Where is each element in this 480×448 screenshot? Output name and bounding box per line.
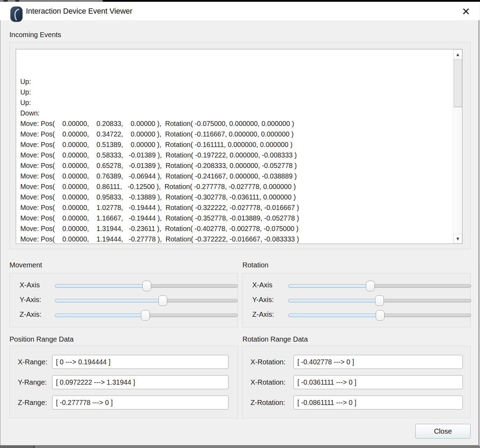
rotation-y-slider[interactable] bbox=[288, 295, 471, 306]
rotation-y-label: Y-Axis: bbox=[252, 296, 274, 304]
x-rotation-field-2[interactable] bbox=[294, 375, 463, 389]
movement-x-label: X-Axis bbox=[20, 281, 40, 289]
y-range-label: Y-Range: bbox=[18, 375, 47, 389]
z-rotation-field[interactable] bbox=[294, 396, 463, 410]
event-log-lines: Up:Up:Up:Down:Move: Pos( 0.00000, 0.2083… bbox=[16, 49, 453, 244]
slider-thumb[interactable] bbox=[376, 310, 384, 321]
event-log-line: Move: Pos( 0.00000, 0.76389, -0.06944 ),… bbox=[20, 171, 453, 181]
slider-fill bbox=[55, 299, 163, 302]
screen: Interaction Device Event Viewer ✕ Incomi… bbox=[0, 0, 480, 448]
slider-fill bbox=[55, 284, 147, 288]
event-log-line: Move: Pos( 0.00000, 1.31944, -0.23611 ),… bbox=[20, 223, 453, 234]
scroll-down-icon[interactable]: ▼ bbox=[453, 234, 462, 244]
movement-z-slider[interactable] bbox=[55, 310, 238, 321]
rotation-z-label: Z-Axis: bbox=[252, 310, 274, 318]
slider-thumb[interactable] bbox=[141, 310, 150, 321]
event-log-viewport: Up:Up:Up:Down:Move: Pos( 0.00000, 0.2083… bbox=[16, 49, 453, 244]
event-log-line: Move: Pos( 0.00000, 1.16667, -0.19444 ),… bbox=[20, 213, 453, 223]
slider-thumb[interactable] bbox=[366, 281, 375, 291]
movement-label: Movement bbox=[9, 261, 42, 269]
z-range-label: Z-Range: bbox=[18, 396, 47, 410]
y-range-field[interactable] bbox=[52, 375, 228, 389]
event-log-line: Up: bbox=[20, 97, 453, 108]
title-bar[interactable]: Interaction Device Event Viewer ✕ bbox=[0, 2, 479, 20]
window-title: Interaction Device Event Viewer bbox=[26, 2, 132, 20]
app-icon[interactable] bbox=[10, 6, 23, 22]
event-log-line: Move: Pos( 0.00000, 0.65278, -0.01389 ),… bbox=[20, 160, 453, 171]
x-rotation-label: X-Rotation: bbox=[250, 355, 285, 369]
scrollbar-thumb[interactable] bbox=[454, 59, 462, 107]
close-icon[interactable]: ✕ bbox=[459, 5, 473, 19]
event-log-line: Move: Pos( 0.00000, 0.95833, -0.13889 ),… bbox=[20, 192, 453, 202]
slider-fill bbox=[288, 299, 379, 302]
movement-x-slider[interactable] bbox=[55, 280, 238, 292]
x-rotation-label-2: X-Rotation: bbox=[250, 375, 285, 389]
close-button[interactable]: Close bbox=[415, 424, 471, 439]
scroll-up-icon[interactable]: ▲ bbox=[453, 49, 462, 59]
incoming-events-label: Incoming Events bbox=[9, 31, 61, 39]
movement-y-label: Y-Axis: bbox=[20, 296, 41, 304]
rotation-range-group: X-Rotation: X-Rotation: Z-Rotation: bbox=[242, 346, 471, 418]
x-range-label: X-Range: bbox=[18, 355, 48, 369]
movement-group: X-Axis Y-Axis: Z-Axis: bbox=[9, 273, 238, 327]
event-log-line: Move: Pos( 0.00000, 0.51389, 0.00000 ), … bbox=[20, 139, 453, 150]
z-rotation-label: Z-Rotation: bbox=[250, 396, 285, 410]
slider-thumb[interactable] bbox=[142, 281, 151, 291]
slider-thumb[interactable] bbox=[158, 295, 167, 306]
event-log-line: Move: Pos( 0.00000, 1.02778, -0.19444 ),… bbox=[20, 202, 453, 213]
slider-fill bbox=[55, 314, 145, 317]
event-log-line: Up: bbox=[20, 76, 453, 87]
position-range-label: Position Range Data bbox=[9, 335, 73, 343]
log-scrollbar[interactable]: ▲ ▼ bbox=[453, 49, 462, 244]
rotation-x-label: X-Axis bbox=[252, 281, 273, 289]
movement-z-label: Z-Axis: bbox=[20, 310, 41, 318]
slider-thumb[interactable] bbox=[375, 295, 384, 306]
event-log-line: Move: Pos( 0.00000, 0.34722, 0.00000 ), … bbox=[20, 129, 453, 139]
event-log-line: Move: Pos( 0.00000, 0.58333, -0.01389 ),… bbox=[20, 150, 453, 160]
event-log-line: Move: Pos( 0.00000, 0.86111, -0.12500 ),… bbox=[20, 181, 453, 192]
x-rotation-field[interactable] bbox=[294, 355, 463, 369]
x-range-field[interactable] bbox=[52, 355, 228, 369]
movement-y-slider[interactable] bbox=[55, 295, 238, 306]
slider-fill bbox=[288, 284, 370, 288]
event-log-line: Down: bbox=[20, 108, 453, 118]
background-artifact bbox=[0, 446, 34, 448]
slider-fill bbox=[288, 314, 380, 317]
rotation-x-slider[interactable] bbox=[288, 280, 471, 292]
event-log-line: Move: Pos( 0.00000, 0.20833, 0.00000 ), … bbox=[20, 118, 453, 129]
event-log-line: Up: bbox=[20, 87, 453, 97]
event-log[interactable]: Up:Up:Up:Down:Move: Pos( 0.00000, 0.2083… bbox=[16, 49, 463, 244]
background-bottom-strip bbox=[0, 446, 480, 448]
rotation-group: X-Axis Y-Axis: Z-Axis: bbox=[242, 273, 471, 327]
rotation-label: Rotation bbox=[242, 261, 269, 269]
rotation-range-label: Rotation Range Data bbox=[242, 335, 308, 343]
position-range-group: X-Range: Y-Range: Z-Range: bbox=[9, 346, 238, 418]
background-artifact bbox=[34, 446, 35, 448]
event-log-line: Move: Pos( 0.00000, 1.19444, -0.27778 ),… bbox=[20, 234, 453, 244]
z-range-field[interactable] bbox=[52, 396, 228, 410]
rotation-z-slider[interactable] bbox=[288, 310, 471, 321]
